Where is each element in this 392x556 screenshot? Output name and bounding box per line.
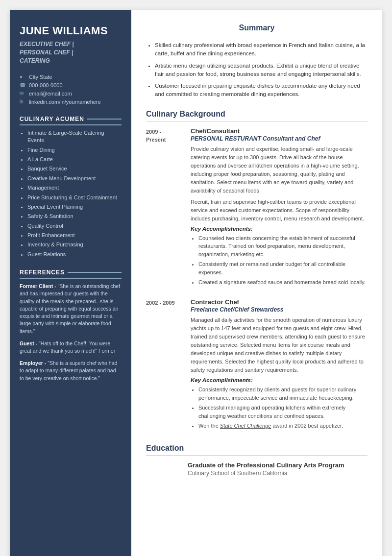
ref-text-1: "She is an outstanding chef and has impr… [20, 283, 120, 334]
skill-item: Quality Control [27, 222, 122, 230]
job-content-2: Contractor Chef Freelance Chef/Chief Ste… [191, 298, 368, 433]
education-title: Education [146, 444, 368, 456]
references-section: Former Client - "She is an outstanding c… [20, 283, 122, 382]
contact-section: ● City State ☎ 000-000-0000 ✉ email@emai… [20, 74, 122, 105]
acumen-section-title: CULINARY ACUMEN [20, 116, 122, 125]
edu-degree: Graduate of the Professional Culinary Ar… [188, 461, 368, 469]
ref-label-3: Employer - [20, 360, 46, 366]
summary-section: Summary Skilled culinary professional wi… [146, 24, 368, 99]
acc-list-2: Consistently recognized by clients and g… [191, 386, 368, 430]
location-text: City State [29, 74, 52, 80]
key-acc-title-2: Key Accomplishments: [191, 377, 368, 383]
summary-item-1: Skilled culinary professional with broad… [155, 41, 368, 58]
skill-item: Fine Dining [27, 146, 122, 154]
culinary-title: Culinary Background [146, 110, 368, 121]
linkedin-text: linkedin.com/in/yournamehere [29, 99, 101, 105]
linkedin-icon: in [20, 99, 25, 104]
acc-item-2-2: Successful managing and operating kitche… [198, 404, 368, 420]
education-entry: Graduate of the Professional Culinary Ar… [183, 461, 368, 477]
acc-item-1-2: Consistently met or remained under budge… [198, 260, 368, 276]
skills-list: Intimate & Large-Scale Catering Events F… [20, 129, 122, 258]
skill-item: Price Structuring & Cost Containment [27, 194, 122, 201]
summary-item-3: Customer focused in preparing exquisite … [155, 82, 368, 99]
skill-item: Profit Enhancement [27, 232, 122, 239]
candidate-name: JUNE WILLIAMS [20, 24, 122, 37]
phone-text: 000-000-0000 [29, 82, 63, 88]
reference-item-2: Guest - "Hats off to the Chef!! You were… [20, 340, 122, 355]
culinary-section: Culinary Background 2009 -Present Chef/C… [146, 110, 368, 433]
skill-item: Banquet Service [27, 165, 122, 172]
skill-item: Creative Menu Development [27, 175, 122, 182]
acc-item-2-1: Consistently recognized by clients and g… [198, 386, 368, 402]
job-title-2: Contractor Chef [191, 298, 368, 306]
acc-item-1-3: Created a signature seafood sauce and ho… [198, 278, 368, 287]
linkedin-item: in linkedin.com/in/yournamehere [20, 99, 122, 105]
location-icon: ● [20, 74, 25, 79]
phone-icon: ☎ [20, 82, 25, 88]
summary-title: Summary [146, 24, 368, 35]
skill-item: A La Carte [27, 156, 122, 163]
acc-item-2-3: Won the State Chef Challenge award in 20… [198, 422, 368, 430]
ref-label-1: Former Client - [20, 283, 56, 289]
job-desc-1b: Recruit, train and supervise high-calibe… [191, 198, 368, 223]
reference-item-1: Former Client - "She is an outstanding c… [20, 283, 122, 335]
job-company-2: Freelance Chef/Chief Stewardess [191, 306, 368, 313]
italic-text: State Chef Challenge [220, 423, 271, 429]
skill-item: Guest Relations [27, 251, 122, 258]
skill-item: Inventory & Purchasing [27, 241, 122, 248]
skill-item: Management [27, 184, 122, 192]
job-content-1: Chef/Consultant PERSONAL RESTURANT Consu… [191, 127, 368, 290]
references-section-title: References [20, 269, 122, 279]
acc-item-1-1: Counseled two clients concerning the est… [198, 234, 368, 259]
key-acc-title-1: Key Accomplishments: [191, 226, 368, 232]
job-title-1: Chef/Consultant [191, 127, 368, 135]
job-desc-2a: Managed all daily activities for the smo… [191, 316, 368, 374]
job-company-1: PERSONAL RESTURANT Consultant and Chef [191, 135, 368, 142]
email-item: ✉ email@email.com [20, 91, 122, 97]
main-content: Summary Skilled culinary professional wi… [131, 10, 382, 556]
candidate-title: EXECUTIVE CHEF |PERSONAL CHEF |CATERING [20, 40, 122, 65]
sidebar: JUNE WILLIAMS EXECUTIVE CHEF |PERSONAL C… [10, 10, 131, 556]
skill-item: Safety & Sanitation [27, 213, 122, 220]
job-dates-1: 2009 -Present [146, 127, 183, 290]
job-entry-1: 2009 -Present Chef/Consultant PERSONAL R… [146, 127, 368, 290]
acc-list-1: Counseled two clients concerning the est… [191, 234, 368, 287]
ref-label-2: Guest - [20, 340, 37, 346]
phone-item: ☎ 000-000-0000 [20, 82, 122, 88]
job-entry-2: 2002 - 2009 Contractor Chef Freelance Ch… [146, 298, 368, 433]
reference-item-3: Employer - "She is a superb chef who had… [20, 360, 122, 382]
location-item: ● City State [20, 74, 122, 80]
resume-container: JUNE WILLIAMS EXECUTIVE CHEF |PERSONAL C… [10, 10, 382, 556]
email-text: email@email.com [29, 91, 72, 97]
skill-item: Special Event Planning [27, 203, 122, 211]
summary-item-2: Artistic menu design utilizing seasonal … [155, 62, 368, 79]
summary-list: Skilled culinary professional with broad… [146, 41, 368, 99]
job-dates-2: 2002 - 2009 [146, 298, 183, 433]
job-desc-1a: Provide culinary vision and expertise, l… [191, 145, 368, 195]
skill-item: Intimate & Large-Scale Catering Events [27, 129, 122, 145]
edu-school: Culinary School of Southern California [188, 470, 368, 477]
email-icon: ✉ [20, 91, 25, 96]
education-section: Education Graduate of the Professional C… [146, 444, 368, 477]
